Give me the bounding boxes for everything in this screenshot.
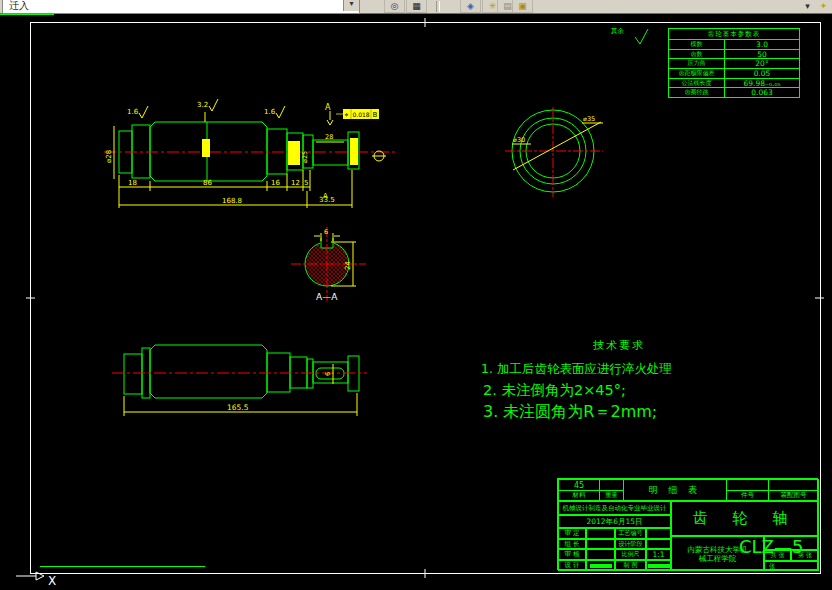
- material-label: 材料: [558, 490, 600, 501]
- roughness-check-icon: [635, 29, 648, 44]
- gear-param-label: 齿数: [669, 50, 725, 59]
- svg-text:5: 5: [304, 179, 308, 187]
- svg-text:16: 16: [271, 179, 280, 187]
- signature-bar: [648, 564, 670, 568]
- bottom-shaft-view[interactable]: 165.5 6: [112, 345, 367, 416]
- layer-combo[interactable]: 迁入 ▾: [2, 0, 360, 14]
- scale-label: 比例尺: [615, 549, 646, 560]
- ucs-x-label: X: [48, 574, 56, 588]
- star-icon[interactable]: ✦: [814, 0, 832, 12]
- tech-req-title: 技术要求: [593, 340, 645, 352]
- signature-cell: [586, 560, 615, 571]
- svg-text:1.6: 1.6: [264, 108, 276, 116]
- end-view-dimension[interactable]: [512, 122, 603, 170]
- svg-text:A: A: [325, 103, 331, 112]
- svg-text:12: 12: [291, 179, 300, 187]
- toolbar: 迁入 ▾ ◎ ▦ ◈ ✳ ▤ ▣ ▾ ✦: [0, 0, 832, 14]
- svg-text:⌀25: ⌀25: [301, 151, 309, 163]
- sheet-unit-label: 张: [764, 561, 819, 571]
- table-row: 模数 3.0: [669, 40, 799, 50]
- tech-req-item: 2. 未注倒角为2×45°;: [483, 383, 626, 399]
- gear-param-label: 齿圈径跳: [669, 88, 725, 97]
- tolerance-frame[interactable]: ⌖ 0.018 B: [336, 109, 379, 119]
- svg-text:3.2: 3.2: [197, 101, 208, 109]
- gear-param-value: 50: [725, 50, 799, 59]
- svg-text:165.5: 165.5: [227, 403, 249, 412]
- empty-cell: [646, 528, 671, 539]
- top-shaft-view[interactable]: 18 86 16 12 5 33.5 168.8 A A ⌀28 ⌀25 28 …: [104, 99, 397, 208]
- svg-text:6: 6: [324, 372, 332, 376]
- signature-bar: [590, 564, 612, 568]
- group-label: 组 长: [558, 539, 586, 549]
- title-block[interactable]: 45 材料 重量 明 细 表 件号 装配图号 机械设计制造及自动化专业毕业设计 …: [557, 478, 818, 570]
- table-row: 齿数 50: [669, 50, 799, 60]
- gear-param-value: 69.98₋₀.₀₅: [725, 79, 799, 88]
- svg-text:18: 18: [128, 179, 137, 187]
- layers-icon[interactable]: ◈: [460, 0, 481, 13]
- gear-table-title: 齿轮基本参数表: [669, 29, 799, 40]
- svg-text:24: 24: [344, 261, 352, 270]
- svg-text:1.6: 1.6: [127, 108, 139, 116]
- date: 2012年6月15日: [558, 515, 671, 528]
- drawing-number: CLZ—5: [739, 532, 819, 560]
- table-row: 公法线长度 69.98₋₀.₀₅: [669, 79, 799, 89]
- part-no-label: 件号: [726, 490, 769, 501]
- svg-text:B: B: [373, 111, 378, 119]
- svg-text:⌀28: ⌀28: [105, 150, 113, 163]
- empty-cell: [586, 528, 615, 539]
- empty-cell: [586, 539, 615, 549]
- display-icon[interactable]: ▦: [406, 0, 427, 13]
- svg-text:0.018: 0.018: [353, 111, 370, 118]
- gear-param-label: 齿距极限偏差: [669, 69, 725, 78]
- tech-req-item: 1. 加工后齿轮表面应进行淬火处理: [481, 362, 672, 376]
- combo-text: 迁入: [3, 0, 29, 13]
- section-view[interactable]: 6 24 A—A: [291, 227, 366, 302]
- gear-param-value: 20°: [725, 59, 799, 68]
- chevron-down-icon[interactable]: ▾: [343, 0, 359, 11]
- end-view[interactable]: ⌀30 ⌀35: [505, 107, 603, 197]
- svg-text:168.8: 168.8: [222, 197, 242, 205]
- cube-icon[interactable]: ▣: [512, 0, 533, 13]
- approve-label: 审 定: [558, 528, 586, 539]
- surface-roughness-note: 其余: [611, 27, 624, 36]
- toolbar-separator: [436, 1, 440, 12]
- empty-cell: [646, 539, 671, 549]
- gear-param-value: 0.05: [725, 69, 799, 78]
- empty-cell: [586, 549, 615, 560]
- scale-value: 1:1: [646, 549, 671, 560]
- signature-cell: [646, 560, 671, 571]
- check-label: 审 核: [558, 549, 586, 560]
- tech-req-item: 3. 未注圆角为R＝2mm;: [483, 403, 657, 421]
- school-line2: 械工程学院: [699, 554, 737, 563]
- gear-param-label: 模数: [669, 40, 725, 49]
- gear-parameter-table[interactable]: 齿轮基本参数表 模数 3.0 齿数 50 压力角 20° 齿距极限偏差 0.05…: [668, 28, 800, 98]
- draft-label: 制 图: [615, 560, 646, 571]
- process-no-label: 工艺编号: [615, 528, 646, 539]
- svg-text:6: 6: [324, 228, 328, 236]
- svg-text:⌀30: ⌀30: [513, 136, 525, 144]
- assembly-no-label: 装配图号: [768, 490, 819, 501]
- svg-text:28: 28: [325, 133, 333, 141]
- stage-label: 设计阶段: [615, 539, 646, 549]
- project-name: 机械设计制造及自动化专业毕业设计: [558, 501, 671, 515]
- gear-param-label: 公法线长度: [669, 79, 725, 88]
- table-row: 齿圈径跳 0.063: [669, 88, 799, 97]
- gear-param-value: 3.0: [725, 40, 799, 49]
- design-label: 设 计: [558, 560, 586, 571]
- part-name: 齿 轮 轴: [671, 501, 819, 536]
- gear-param-label: 压力角: [669, 59, 725, 68]
- section-label: A—A: [316, 292, 338, 302]
- binoculars-icon[interactable]: ◎: [384, 0, 405, 13]
- svg-text:⌀35: ⌀35: [583, 115, 595, 123]
- svg-text:⌖: ⌖: [345, 111, 349, 119]
- svg-text:A: A: [323, 192, 328, 200]
- svg-text:86: 86: [203, 179, 212, 187]
- gear-param-value: 0.063: [725, 88, 799, 97]
- table-row: 齿距极限偏差 0.05: [669, 69, 799, 79]
- bom-title: 明 细 表: [623, 479, 727, 501]
- weight-label: 重量: [599, 490, 624, 501]
- table-row: 压力角 20°: [669, 59, 799, 69]
